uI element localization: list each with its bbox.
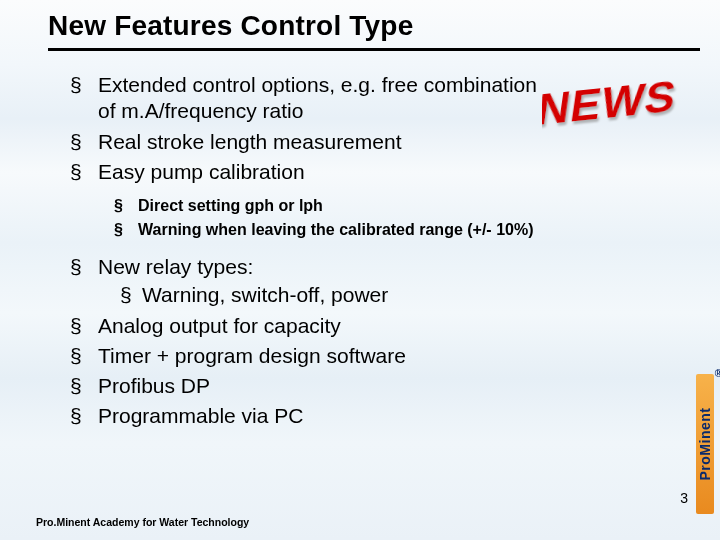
list-item: Timer + program design software bbox=[70, 343, 550, 369]
logo-text: ProMinent bbox=[697, 408, 713, 481]
list-item: Direct setting gph or lph bbox=[114, 195, 550, 217]
page-title: New Features Control Type bbox=[48, 10, 700, 42]
bullet-list-sub: Direct setting gph or lph Warning when l… bbox=[114, 195, 550, 240]
list-item: Warning when leaving the calibrated rang… bbox=[114, 219, 550, 241]
list-item: Profibus DP bbox=[70, 373, 550, 399]
list-item: Analog output for capacity bbox=[70, 313, 550, 339]
list-item: Programmable via PC bbox=[70, 403, 550, 429]
news-badge: NEWS bbox=[542, 58, 702, 146]
list-item: Easy pump calibration bbox=[70, 159, 550, 185]
list-item: Real stroke length measurement bbox=[70, 129, 550, 155]
footer-text: Pro.Minent Academy for Water Technology bbox=[36, 516, 249, 528]
nested-list: Warning, switch-off, power bbox=[120, 282, 550, 308]
list-item: Extended control options, e.g. free comb… bbox=[70, 72, 550, 125]
bullet-list-top: Extended control options, e.g. free comb… bbox=[70, 72, 550, 185]
page-number: 3 bbox=[680, 490, 688, 506]
list-item-label: New relay types: bbox=[98, 255, 253, 278]
bullet-list-mid: New relay types: Warning, switch-off, po… bbox=[70, 254, 550, 430]
brand-logo: ProMinent ® bbox=[694, 374, 716, 514]
registered-mark: ® bbox=[715, 368, 720, 379]
content-area: Extended control options, e.g. free comb… bbox=[70, 72, 550, 434]
list-item: New relay types: Warning, switch-off, po… bbox=[70, 254, 550, 309]
title-block: New Features Control Type bbox=[48, 10, 700, 51]
title-underline bbox=[48, 48, 700, 51]
list-item: Warning, switch-off, power bbox=[120, 282, 550, 308]
news-text: NEWS bbox=[542, 72, 680, 134]
